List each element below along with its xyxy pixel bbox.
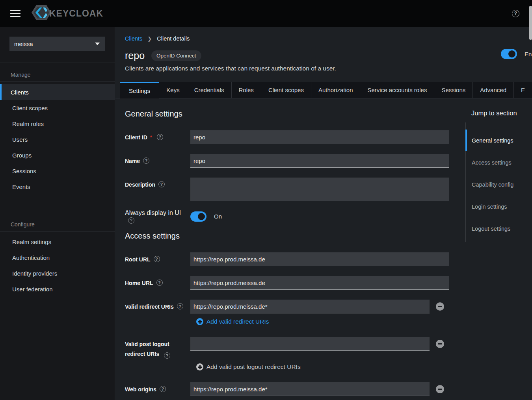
tab-sessions[interactable]: Sessions: [434, 82, 473, 98]
general-settings-heading: General settings: [125, 109, 464, 119]
root-url-input[interactable]: [190, 252, 449, 266]
breadcrumb: Clients ❯ Client details: [125, 35, 190, 42]
enabled-toggle[interactable]: [501, 49, 517, 59]
tab-clipped[interactable]: E: [514, 82, 532, 98]
valid-redirect-uri-input[interactable]: [190, 300, 430, 313]
jump-item-logout-settings[interactable]: Logout settings: [466, 226, 532, 232]
web-origins-input[interactable]: [190, 382, 430, 396]
nav-group-manage: Manage: [0, 63, 115, 82]
tab-authorization[interactable]: Authorization: [311, 82, 361, 98]
tab-client-scopes[interactable]: Client scopes: [261, 82, 311, 98]
question-circle-icon[interactable]: ?: [143, 157, 149, 164]
add-valid-redirect-uris-link[interactable]: Add valid redirect URIs: [196, 318, 430, 325]
jump-to-section-list: General settings Access settings Capabil…: [465, 122, 532, 242]
toggle-knob: [198, 213, 205, 220]
tab-keys[interactable]: Keys: [159, 82, 187, 98]
sidebar-item-identity-providers[interactable]: Identity providers: [0, 265, 115, 281]
name-input[interactable]: [190, 154, 449, 168]
protocol-badge: OpenID Connect: [151, 50, 201, 61]
web-origins-row: Web origins ? Add web origins: [125, 382, 464, 400]
post-logout-uri-input[interactable]: [190, 337, 430, 351]
tab-settings[interactable]: Settings: [120, 82, 159, 98]
question-circle-icon[interactable]: ?: [160, 386, 166, 392]
hamburger-menu-icon[interactable]: [10, 10, 20, 17]
home-url-label: Home URL ?: [125, 276, 190, 290]
description-row: Description ?: [125, 178, 464, 201]
client-id-row: Client ID * ?: [125, 130, 464, 144]
name-label: Name ?: [125, 154, 190, 168]
breadcrumb-current: Client details: [157, 35, 190, 42]
tab-credentials[interactable]: Credentials: [187, 82, 232, 98]
root-url-row: Root URL ?: [125, 252, 464, 266]
sidebar-item-realm-settings[interactable]: Realm settings: [0, 234, 115, 250]
jump-item-capability-config[interactable]: Capability config: [466, 181, 532, 188]
sidebar-item-authentication[interactable]: Authentication: [0, 250, 115, 265]
jump-item-general-settings[interactable]: General settings: [466, 137, 532, 144]
realm-selector[interactable]: meissa: [9, 37, 105, 51]
sidebar-item-client-scopes[interactable]: Client scopes: [0, 100, 115, 116]
sidebar-item-users[interactable]: Users: [0, 131, 115, 147]
required-asterisk: *: [150, 134, 152, 141]
home-url-row: Home URL ?: [125, 276, 464, 290]
access-settings-heading: Access settings: [125, 231, 464, 241]
client-tabs: Settings Keys Credentials Roles Client s…: [115, 82, 532, 98]
root-url-label: Root URL ?: [125, 252, 190, 266]
main-content: Clients ❯ Client details repo OpenID Con…: [115, 27, 532, 400]
keycloak-logo: KEYCLOAK: [31, 4, 103, 23]
sidebar-item-user-federation[interactable]: User federation: [0, 281, 115, 297]
jump-item-access-settings[interactable]: Access settings: [466, 159, 532, 166]
jump-to-section-heading: Jump to section: [471, 109, 532, 117]
breadcrumb-chevron-icon: ❯: [147, 36, 152, 42]
always-display-row: Always display in UI ? On: [125, 211, 464, 222]
nav-group-configure: Configure: [0, 213, 115, 231]
sidebar-item-clients[interactable]: Clients: [0, 84, 115, 100]
keycloak-logo-icon: [31, 4, 52, 23]
sidebar-item-groups[interactable]: Groups: [0, 147, 115, 163]
sidebar-item-sessions[interactable]: Sessions: [0, 163, 115, 179]
page-scrollbar[interactable]: [529, 6, 532, 40]
question-circle-icon[interactable]: ?: [128, 217, 134, 224]
jump-item-login-settings[interactable]: Login settings: [466, 204, 532, 210]
remove-post-logout-uri-button[interactable]: [436, 340, 444, 348]
client-id-input[interactable]: [190, 130, 449, 144]
client-id-label: Client ID * ?: [125, 130, 190, 144]
sidebar-item-events[interactable]: Events: [0, 179, 115, 194]
remove-web-origin-button[interactable]: [436, 385, 444, 393]
web-origins-label: Web origins ?: [125, 382, 190, 396]
tab-service-accounts-roles[interactable]: Service accounts roles: [360, 82, 434, 98]
app-header: KEYCLOAK ?: [0, 0, 532, 27]
tab-advanced[interactable]: Advanced: [473, 82, 514, 98]
page-description: Clients are applications and services th…: [125, 65, 336, 72]
realm-selector-block: meissa: [0, 27, 115, 63]
page-title: repo: [125, 50, 145, 61]
name-row: Name ?: [125, 154, 464, 168]
always-display-label: Always display in UI ?: [125, 209, 190, 224]
question-circle-icon[interactable]: ?: [158, 181, 165, 187]
settings-form: General settings Client ID * ? Name ? D: [125, 98, 464, 400]
brand-title: KEYCLOAK: [49, 8, 103, 19]
question-circle-icon[interactable]: ?: [154, 256, 160, 262]
add-post-logout-uris-link[interactable]: Add valid post logout redirect URIs: [196, 363, 430, 370]
chevron-down-icon: [95, 43, 100, 45]
remove-redirect-uri-button[interactable]: [436, 302, 444, 311]
tabbar-lead-spacer: [115, 82, 120, 98]
description-label: Description ?: [125, 178, 190, 201]
question-circle-icon[interactable]: ?: [177, 303, 183, 309]
question-circle-icon[interactable]: ?: [156, 280, 163, 286]
plus-circle-icon: [196, 363, 203, 370]
help-icon[interactable]: ?: [512, 10, 519, 17]
configure-nav-list: Realm settings Authentication Identity p…: [0, 231, 115, 297]
home-url-input[interactable]: [190, 276, 449, 290]
always-display-toggle[interactable]: [190, 211, 206, 222]
breadcrumb-clients-link[interactable]: Clients: [125, 35, 142, 42]
tab-roles[interactable]: Roles: [232, 82, 261, 98]
realm-name: meissa: [14, 41, 33, 47]
post-logout-uris-label: Valid post logout redirect URIs ?: [125, 337, 190, 359]
question-circle-icon[interactable]: ?: [157, 134, 163, 140]
question-circle-icon[interactable]: ?: [164, 352, 170, 359]
valid-redirect-uris-label: Valid redirect URIs ?: [125, 300, 190, 313]
plus-circle-icon: [196, 318, 203, 325]
sidebar-item-realm-roles[interactable]: Realm roles: [0, 116, 115, 131]
client-enabled-control: Enabled: [501, 49, 532, 59]
description-textarea[interactable]: [190, 178, 449, 201]
